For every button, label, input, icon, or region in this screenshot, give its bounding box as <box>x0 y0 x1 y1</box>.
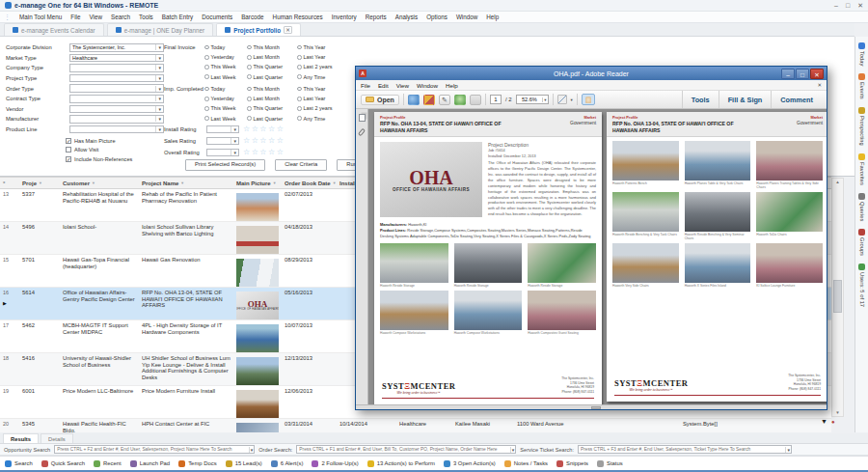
page-thumbnails-icon[interactable] <box>359 114 366 122</box>
radio-button[interactable] <box>247 87 252 92</box>
close-icon[interactable]: ✕ <box>857 1 863 11</box>
sidebar-item[interactable]: Prospecting <box>858 107 865 146</box>
status-item[interactable]: 2 Follow-Up(s) <box>312 460 358 467</box>
menu-item[interactable]: Help <box>486 14 499 20</box>
minimize-icon[interactable]: – <box>834 1 838 11</box>
order-search-input[interactable] <box>297 446 509 453</box>
rating-stars-icon[interactable]: ☆☆☆☆☆ <box>243 149 285 156</box>
tab-results[interactable]: Results <box>3 433 39 443</box>
adobe-menu-item[interactable]: Edit <box>378 82 389 89</box>
filter-combo[interactable]: Healthcare▾ <box>69 54 164 63</box>
sidebar-item[interactable]: Favorites <box>858 153 865 185</box>
radio-button[interactable] <box>204 74 209 79</box>
chevron-down-icon[interactable]: ▾ <box>510 447 516 453</box>
scroll-up-icon[interactable]: ▲ <box>832 180 843 184</box>
scroll-down-icon[interactable]: ▼ <box>832 410 843 415</box>
radio-button[interactable] <box>297 74 302 79</box>
menu-item[interactable]: Window <box>456 14 477 20</box>
status-item[interactable]: 13 Action(s) to Perform <box>367 460 435 467</box>
radio-button[interactable] <box>204 106 209 111</box>
sign-icon[interactable]: ✎ <box>439 95 450 105</box>
chevron-down-icon[interactable]: ▾ <box>571 97 573 102</box>
filter-combo[interactable]: ▾ <box>69 95 164 103</box>
opportunity-search-input[interactable] <box>55 446 248 453</box>
upload-cloud-icon[interactable] <box>454 95 466 105</box>
radio-button[interactable] <box>297 97 302 101</box>
sidebar-item[interactable]: Groups <box>858 229 865 256</box>
column-header[interactable]: Order Book Date▼ <box>282 180 337 186</box>
adobe-menu-item[interactable]: View <box>396 82 409 89</box>
document-close-icon[interactable]: ✕ <box>817 82 822 88</box>
open-button[interactable]: Open <box>361 95 399 105</box>
status-item[interactable]: 15 Lead(s) <box>226 460 262 467</box>
scroll-grip[interactable] <box>591 406 601 409</box>
status-item[interactable]: Search <box>5 460 33 467</box>
move-down-icon[interactable]: ▼ <box>821 418 827 426</box>
filter-combo[interactable]: ▾ <box>69 84 164 93</box>
radio-button[interactable] <box>297 45 302 50</box>
comment-button[interactable]: Comment <box>771 91 822 108</box>
filter-funnel-icon[interactable]: ▼ <box>39 181 42 185</box>
grid-vertical-scrollbar[interactable]: ▲ ▼ <box>831 178 844 417</box>
radio-button[interactable] <box>204 55 209 60</box>
radio-button[interactable] <box>297 106 302 111</box>
filter-combo[interactable]: ▾ <box>69 74 164 83</box>
radio-button[interactable] <box>297 55 302 60</box>
sidebar-item[interactable]: Today <box>858 42 865 66</box>
filter-funnel-icon[interactable]: ▼ <box>273 181 277 185</box>
radio-button[interactable] <box>204 45 209 50</box>
hand-tool-button[interactable] <box>582 94 595 105</box>
zoom-level-select[interactable]: 52.6% ▾ <box>516 95 549 104</box>
radio-button[interactable] <box>247 45 252 50</box>
status-item[interactable]: Launch Pad <box>130 460 170 467</box>
table-row[interactable]: 205345Hawaii Pacific Health-FIC Bldg.HPH… <box>0 419 831 432</box>
checkbox[interactable]: ✓ <box>66 156 71 162</box>
radio-button[interactable] <box>297 87 302 92</box>
radio-button[interactable] <box>204 65 209 69</box>
radio-button[interactable] <box>297 116 302 121</box>
status-item[interactable]: Snippets <box>556 460 588 467</box>
status-item[interactable]: 6 Alert(s) <box>271 460 304 467</box>
menu-item[interactable]: Barcode <box>241 14 263 20</box>
rating-combo[interactable]: ▾ <box>206 125 239 134</box>
status-item[interactable]: Status <box>597 460 623 467</box>
tab[interactable]: e-manage Events Calendar <box>4 23 104 36</box>
menu-item[interactable]: File <box>70 14 80 20</box>
status-item[interactable]: Quick Search <box>41 460 85 467</box>
menu-item[interactable]: Main Tool Menu <box>19 14 62 20</box>
rating-stars-icon[interactable]: ☆☆☆☆☆ <box>243 125 285 133</box>
filter-combo[interactable]: ▾ <box>69 125 164 134</box>
email-icon[interactable] <box>423 95 435 105</box>
tab[interactable]: e-manage | ONE Day Planner <box>107 23 214 36</box>
menu-item[interactable]: Human Resources <box>273 14 323 20</box>
adobe-close-icon[interactable]: ✕ <box>810 69 824 79</box>
radio-button[interactable] <box>204 97 209 101</box>
column-header[interactable]: Proje▼ <box>19 180 60 186</box>
radio-button[interactable] <box>204 116 209 121</box>
adobe-titlebar[interactable]: A OHA.pdf - Adobe Reader – □ ✕ <box>356 67 827 80</box>
radio-button[interactable] <box>247 106 252 111</box>
maximize-icon[interactable]: □ <box>846 1 850 11</box>
menu-item[interactable]: Options <box>426 14 448 20</box>
pdf-content-area[interactable]: Project Profile Market RFP No. OHA 13-04… <box>368 109 827 404</box>
rating-stars-icon[interactable]: ☆☆☆☆☆ <box>243 137 285 145</box>
radio-button[interactable] <box>247 74 252 79</box>
filter-combo[interactable]: The Systemcenter, Inc.▾ <box>69 43 164 52</box>
status-item[interactable]: Temp Docs <box>178 460 216 467</box>
menu-item[interactable]: Reports <box>366 14 387 20</box>
column-header[interactable]: Customer▼ <box>60 180 139 186</box>
status-item[interactable]: Recent <box>94 460 122 467</box>
sidebar-item[interactable]: Queries <box>858 193 865 221</box>
filter-funnel-icon[interactable]: ▼ <box>180 181 184 185</box>
tab[interactable]: Project Portfolio✕ <box>216 23 301 36</box>
save-icon[interactable] <box>470 95 481 105</box>
radio-button[interactable] <box>247 97 252 101</box>
checkbox[interactable] <box>66 147 71 153</box>
filter-combo[interactable]: ▾ <box>69 115 164 124</box>
adobe-menu-item[interactable]: File <box>361 82 370 89</box>
tools-button[interactable]: Tools <box>682 91 719 108</box>
adobe-minimize-icon[interactable]: – <box>781 69 795 79</box>
chevron-down-icon[interactable]: ▾ <box>785 447 791 453</box>
filter-button[interactable]: Clear Criteria <box>275 159 327 171</box>
page-number-input[interactable]: 1 <box>490 95 502 104</box>
